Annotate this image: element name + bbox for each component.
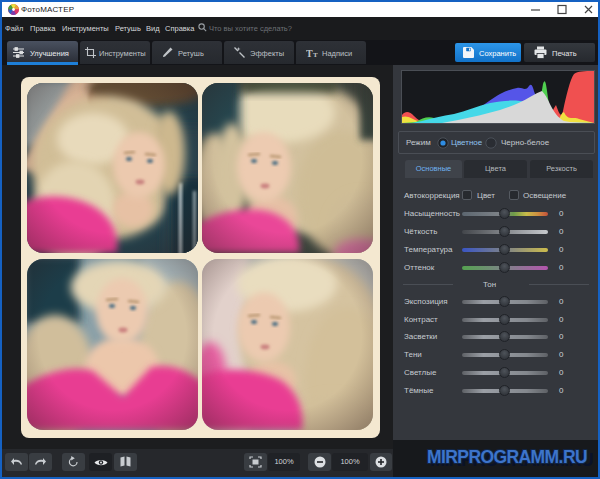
svg-text:MIRPROGRAMM.RU: MIRPROGRAMM.RU <box>427 447 587 467</box>
svg-text:T: T <box>306 48 313 58</box>
svg-text:T: T <box>313 51 318 58</box>
